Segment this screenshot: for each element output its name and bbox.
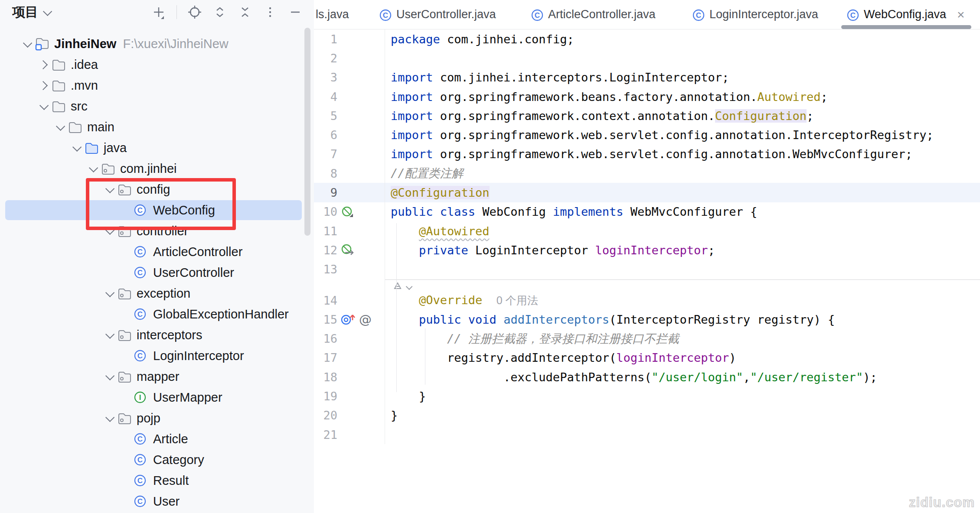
watermark: zidiu.com: [909, 495, 975, 510]
tree-item-main[interactable]: main: [0, 117, 314, 137]
close-icon[interactable]: ×: [957, 8, 965, 21]
tree-item-label: User: [153, 494, 180, 509]
tree-item-result[interactable]: CResult: [0, 470, 314, 491]
code-text: public void addInterceptors(InterceptorR…: [383, 313, 835, 326]
tree-item-mapper[interactable]: mapper: [0, 366, 314, 387]
code-line-16[interactable]: 16 // 注册拦截器，登录接口和注册接口不拦截: [314, 329, 980, 348]
tree-item-java[interactable]: java: [0, 137, 314, 158]
code-line-12[interactable]: 12 private LoginInterceptor loginInterce…: [314, 240, 980, 260]
tree-item-webconfig[interactable]: CWebConfig: [0, 200, 314, 221]
hide-panel-icon[interactable]: [288, 5, 303, 19]
tree-toggle[interactable]: [35, 82, 51, 89]
code-token: void: [468, 313, 497, 326]
locate-file-icon[interactable]: [187, 5, 202, 19]
indent-guide: [396, 223, 397, 392]
code-line-14[interactable]: 14 @Override 0 个用法: [314, 291, 980, 310]
tab-label: WebConfig.java: [864, 8, 946, 21]
tree-item-src[interactable]: src: [0, 96, 314, 117]
tree-toggle[interactable]: [18, 41, 35, 47]
tree-item--mvn[interactable]: .mvn: [0, 75, 314, 96]
tree-item-category[interactable]: CCategory: [0, 449, 314, 470]
code-line-18[interactable]: 18 .excludePathPatterns("/user/login","/…: [314, 367, 980, 386]
tree-toggle[interactable]: [101, 373, 117, 380]
tree-toggle[interactable]: [101, 332, 117, 338]
code-line-4[interactable]: 4import org.springframework.beans.factor…: [314, 87, 980, 106]
code-line-6[interactable]: 6import org.springframework.web.servlet.…: [314, 125, 980, 144]
code-line-1[interactable]: 1package com.jinhei.config;: [314, 29, 980, 49]
tree-item-config[interactable]: config: [0, 179, 314, 200]
gutter: 10: [314, 202, 383, 221]
code-line-20[interactable]: 20}: [314, 406, 980, 425]
code-line-8[interactable]: 8//配置类注解: [314, 164, 980, 183]
override-gutter-icon[interactable]: @: [341, 312, 372, 327]
tree-item-com-jinhei[interactable]: com.jinhei: [0, 158, 314, 179]
code-token: [391, 224, 419, 238]
tree-toggle[interactable]: [51, 124, 68, 130]
tree-item-controller[interactable]: controller: [0, 221, 314, 241]
more-options-icon[interactable]: [263, 5, 278, 19]
separator-line: [385, 279, 980, 280]
tree-toggle[interactable]: [68, 145, 84, 151]
code-token: "/user/register": [750, 370, 863, 384]
tree-toggle[interactable]: [101, 290, 117, 297]
code-line-7[interactable]: 7import org.springframework.web.servlet.…: [314, 145, 980, 164]
tree-toggle[interactable]: [101, 415, 117, 422]
code-token: LoginInterceptor: [468, 244, 595, 257]
code-line-9[interactable]: 9@Configuration: [314, 183, 980, 202]
code-line-13[interactable]: 13: [314, 260, 980, 279]
code-editor[interactable]: 1package com.jinhei.config;23import com.…: [314, 29, 980, 444]
tree-toggle[interactable]: [101, 186, 117, 193]
bean-gutter-icon[interactable]: [341, 205, 354, 218]
code-line-2[interactable]: 2: [314, 49, 980, 68]
tree-item--idea[interactable]: .idea: [0, 54, 314, 75]
gutter: 15@: [314, 310, 383, 329]
code-line-19[interactable]: 19 }: [314, 386, 980, 406]
tree-item-jinheinew[interactable]: JinheiNewF:\xuexi\JinheiNew: [0, 33, 314, 54]
tree-item-pojp[interactable]: pojp: [0, 408, 314, 429]
collapse-all-icon[interactable]: [238, 5, 252, 19]
tree-toggle[interactable]: [35, 103, 51, 110]
tree-item-articlecontroller[interactable]: CArticleController: [0, 241, 314, 262]
tab-label: ls.java: [316, 8, 349, 21]
add-icon[interactable]: [151, 5, 166, 19]
expand-all-icon[interactable]: [212, 5, 227, 19]
tab-articlecontroller-java[interactable]: CArticleController.java: [531, 0, 656, 29]
tree-item-logininterceptor[interactable]: CLoginInterceptor: [0, 345, 314, 366]
code-line-5[interactable]: 5import org.springframework.context.anno…: [314, 106, 980, 125]
code-token: org.springframework.web.servlet.config.a…: [433, 147, 912, 161]
tab-webconfig-java[interactable]: CWebConfig.java×: [846, 0, 965, 29]
code-token: @Override: [419, 293, 482, 307]
bean-arrow-gutter-icon[interactable]: [341, 244, 356, 256]
code-line-11[interactable]: 11 @Autowired: [314, 221, 980, 240]
code-line-21[interactable]: 21: [314, 425, 980, 444]
tab-logininterceptor-java[interactable]: CLoginInterceptor.java: [692, 0, 818, 29]
folder-icon: [51, 78, 66, 92]
code-line-10[interactable]: 10public class WebConfig implements WebM…: [314, 202, 980, 221]
tree-item-usercontroller[interactable]: CUserController: [0, 262, 314, 283]
chevron-down-icon: [56, 121, 65, 130]
tab-usercontroller-java[interactable]: CUserController.java: [379, 0, 496, 29]
code-line-3[interactable]: 3import com.jinhei.interceptors.LoginInt…: [314, 68, 980, 87]
tree-item-user[interactable]: CUser: [0, 491, 314, 512]
package-icon: [117, 411, 132, 425]
tree-toggle[interactable]: [35, 62, 51, 68]
tree-item-usermapper[interactable]: IUserMapper: [0, 387, 314, 408]
tree-item-label: src: [71, 99, 88, 114]
tab-ls-java[interactable]: ls.java: [316, 0, 349, 29]
gutter: 21: [314, 425, 383, 444]
code-line-17[interactable]: 17 registry.addInterceptor(loginIntercep…: [314, 348, 980, 367]
folder-icon: [68, 120, 82, 134]
tree-item-interceptors[interactable]: interceptors: [0, 325, 314, 345]
line-number: 10: [314, 205, 337, 218]
class-icon: C: [692, 9, 704, 20]
tree-toggle[interactable]: [101, 228, 117, 234]
project-view-selector[interactable]: 项目: [12, 3, 50, 21]
tree-scrollbar[interactable]: [304, 28, 310, 236]
tree-item-globalexceptionhandler[interactable]: CGlobalExceptionHandler: [0, 304, 314, 325]
tree-item-exception[interactable]: exception: [0, 283, 314, 304]
tree-item-article[interactable]: CArticle: [0, 429, 314, 449]
code-line-15[interactable]: 15@ public void addInterceptors(Intercep…: [314, 310, 980, 329]
tree-toggle[interactable]: [84, 166, 101, 172]
code-token: ;: [708, 244, 715, 257]
svg-text:C: C: [383, 11, 388, 19]
